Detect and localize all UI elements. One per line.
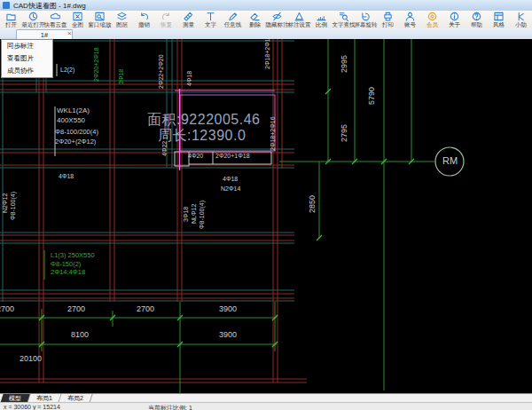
toolbar-button-label: 文字查找 [332,21,356,28]
toolbar-button-label: 标注设置 [288,21,311,28]
toolbar-button-label: 删除 [249,21,261,28]
drawing-lines [0,39,532,393]
toolbar-button-label: 屏幕旋转 [355,21,378,28]
toolbar-button-label: 文字 [205,21,216,28]
measure-perimeter-text: 周长:12390.0 [158,129,246,143]
toolbar-button-window-zoom[interactable]: 窗口缩放 [89,11,111,28]
window-zoom-icon [95,12,105,21]
toolbar-button-scale[interactable]: 比例 [310,11,332,28]
print-icon [383,12,393,21]
cad-annotation: 2Φ18+2Φ16 [270,116,276,151]
cad-annotation: 4Φ18 [223,176,238,182]
dim-2995: 2995 [340,55,348,73]
toolbar-button-recent[interactable]: 最近打开 [22,11,44,28]
toolbar-button-label: 打印 [382,21,394,28]
toolbar-button-label: 小助 [515,21,527,28]
grid-bubble-rm-label: RM [442,156,458,166]
measure-icon [184,12,193,21]
toolbar-button-print[interactable]: 打印 [377,11,399,28]
toolbar-button-fullview[interactable]: 全图 [66,11,89,28]
cad-annotation: 2Φ20+(2Φ12) [55,138,96,146]
beam-label-l1: L1(3) 250X550 [51,252,95,259]
context-menu-item-1[interactable]: 同步标注 [2,40,52,52]
toolbar-button-help[interactable]: 帮助 [466,11,488,28]
beam-label-l2: L2(2) [60,67,74,73]
toolbar-button-annotation-settings[interactable]: 标注设置 [288,11,310,28]
open-icon [6,12,16,21]
cursor-coordinates: x = 30060 y = 15214 [4,404,60,410]
measure-area-text: 面积:9222005.46 [147,113,260,127]
toolbar-button-assistant[interactable]: 小助 [510,11,532,28]
context-menu-item-2[interactable]: 查看图片 [2,52,52,65]
toolbar-button-erase[interactable]: 删除 [244,11,266,28]
layers-icon [117,12,127,21]
annotation-settings-icon [294,12,304,21]
toolbar-button-redo[interactable]: 恢复 [155,11,177,28]
toolbar-button-text[interactable]: 文字 [200,11,222,28]
toolbar-button-about[interactable]: 关于 [443,11,466,28]
toolbar-button-label: 会员 [426,21,438,28]
dim-2850: 2850 [309,195,317,213]
cad-annotation: 4Φ18 [59,173,74,179]
recent-icon [28,12,38,21]
main-toolbar: 打开最近打开快看云盘全图窗口缩放图层撤销恢复测量文字任意线删除隐藏标注标注设置比… [0,11,532,29]
cloud-icon [51,12,60,21]
toolbar-button-freeline[interactable]: 任意线 [222,11,244,28]
toolbar-button-hide-annotation[interactable]: 隐藏标注 [266,11,288,28]
vip-icon [427,12,437,21]
dim-8100: 8100 [71,331,89,339]
annotation-scale-status: 当前标注比例: 1 [148,404,192,410]
cad-annotation: 400X550 [57,117,85,124]
toolbar-button-cloud[interactable]: 快看云盘 [44,11,66,28]
cad-annotation: N2Φ14 [221,185,240,192]
tab-close-icon[interactable]: × [67,29,72,38]
cad-viewer-window: CAD快速看图 - 1#.dwg 打开最近打开快看云盘全图窗口缩放图层撤销恢复测… [0,0,532,410]
text-icon [206,12,215,21]
toolbar-button-screen-rotate[interactable]: 屏幕旋转 [355,11,377,28]
drawing-canvas[interactable]: L2(2)2Φ20+2Φ183Φ182Φ22+2Φ204Φ182Φ18+2Φ16… [0,39,532,393]
document-tab-label: 1# [41,31,48,39]
toolbar-button-text-search[interactable]: 文字查找 [332,11,355,28]
toolbar-button-label: 恢复 [160,21,172,28]
toolbar-button-label: 任意线 [224,21,242,28]
app-icon [3,2,10,9]
context-menu: 同步标注查看图片成员协作 [1,39,53,78]
toolbar-button-label: 隐藏标注 [266,21,289,28]
toolbar-button-open[interactable]: 打开 [0,11,22,28]
toolbar-button-label: 图层 [116,21,128,28]
dim-5790: 5790 [368,87,376,105]
freeline-icon [228,12,238,21]
dim-3900-b: 3900 [219,331,237,339]
toolbar-button-measure[interactable]: 测量 [177,11,200,28]
toolbar-button-vip[interactable]: 会员 [421,11,443,28]
toolbar-button-undo[interactable]: 撤销 [133,11,155,28]
cad-annotation: 3Φ18 [183,207,189,222]
cad-annotation: 2Φ20+2Φ18 [93,47,99,82]
toolbar-button-label: 撤销 [138,21,150,28]
erase-icon [250,12,260,21]
about-icon [450,12,459,21]
assistant-icon [516,12,526,21]
dim-20100: 20100 [20,355,42,363]
cad-annotation: 2Φ22+2Φ20 [158,54,164,89]
fullview-icon [73,12,82,21]
dim-3900-a: 3900 [219,305,237,313]
scale-icon [317,12,326,21]
style-icon [494,12,504,21]
toolbar-button-account[interactable]: 账号 [399,11,421,28]
cad-annotation: 4Φ20 [188,153,203,159]
toolbar-button-label: 账号 [404,21,416,28]
account-icon [405,12,415,21]
toolbar-button-style[interactable]: 风格 [488,11,510,28]
cad-annotation: Φ8-100(4) [10,192,16,220]
toolbar-button-layers[interactable]: 图层 [111,11,133,28]
dim-2700-a: 2700 [0,305,14,313]
toolbar-button-label: 最近打开 [22,21,45,28]
dim-2700-c: 2700 [137,305,154,313]
beam-label-wkl1: WKL1(2A) [57,107,90,114]
cad-annotation: 2Φ18+2Φ16 [264,39,270,69]
dim-2700-b: 2700 [67,305,85,313]
context-menu-item-3[interactable]: 成员协作 [2,65,52,77]
window-title: CAD快速看图 - 1#.dwg [13,1,86,11]
screen-rotate-icon [361,12,371,21]
